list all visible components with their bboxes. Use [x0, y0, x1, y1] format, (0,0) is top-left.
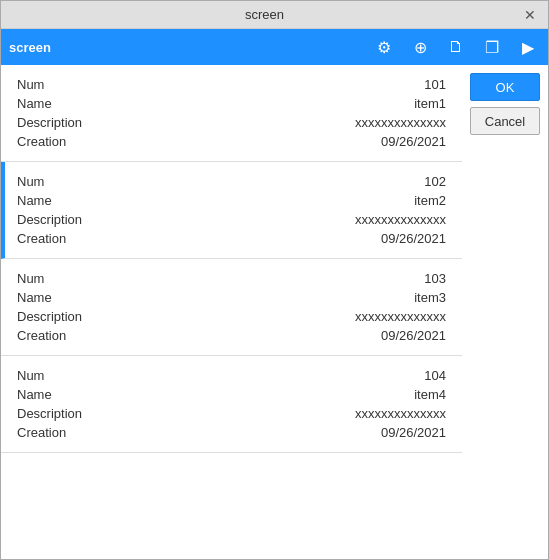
num-value: 102 [424, 174, 446, 189]
num-row: Num 102 [17, 172, 446, 191]
title-bar: screen ✕ [1, 1, 548, 29]
desc-row: Description xxxxxxxxxxxxxx [17, 307, 446, 326]
content-area: Num 101 Name item1 Description xxxxxxxxx… [1, 65, 548, 559]
desc-label: Description [17, 406, 82, 421]
name-value: item2 [414, 193, 446, 208]
name-row: Name item1 [17, 94, 446, 113]
num-label: Num [17, 368, 44, 383]
main-window: screen ✕ screen ⚙ ⊕ 🗋 ❐ ▶ Num 101 Name i… [0, 0, 549, 560]
copy-icon[interactable]: ❐ [480, 35, 504, 59]
play-icon[interactable]: ▶ [516, 35, 540, 59]
close-button[interactable]: ✕ [520, 7, 540, 23]
toolbar: screen ⚙ ⊕ 🗋 ❐ ▶ [1, 29, 548, 65]
name-row: Name item3 [17, 288, 446, 307]
desc-label: Description [17, 212, 82, 227]
creation-row: Creation 09/26/2021 [17, 229, 446, 248]
list-item[interactable]: Num 101 Name item1 Description xxxxxxxxx… [1, 65, 462, 162]
num-label: Num [17, 174, 44, 189]
list-item[interactable]: Num 102 Name item2 Description xxxxxxxxx… [1, 162, 462, 259]
num-label: Num [17, 77, 44, 92]
desc-row: Description xxxxxxxxxxxxxx [17, 404, 446, 423]
desc-row: Description xxxxxxxxxxxxxx [17, 113, 446, 132]
creation-value: 09/26/2021 [381, 425, 446, 440]
name-value: item1 [414, 96, 446, 111]
name-row: Name item2 [17, 191, 446, 210]
cancel-button[interactable]: Cancel [470, 107, 540, 135]
creation-label: Creation [17, 425, 66, 440]
creation-label: Creation [17, 134, 66, 149]
list-item[interactable]: Num 103 Name item3 Description xxxxxxxxx… [1, 259, 462, 356]
list-item[interactable]: Num 104 Name item4 Description xxxxxxxxx… [1, 356, 462, 453]
creation-row: Creation 09/26/2021 [17, 132, 446, 151]
globe-icon[interactable]: ⊕ [408, 35, 432, 59]
window-title: screen [9, 7, 520, 22]
creation-label: Creation [17, 328, 66, 343]
desc-value: xxxxxxxxxxxxxx [355, 115, 446, 130]
name-value: item4 [414, 387, 446, 402]
ok-button[interactable]: OK [470, 73, 540, 101]
desc-value: xxxxxxxxxxxxxx [355, 212, 446, 227]
creation-label: Creation [17, 231, 66, 246]
num-value: 103 [424, 271, 446, 286]
name-label: Name [17, 290, 52, 305]
num-value: 101 [424, 77, 446, 92]
creation-row: Creation 09/26/2021 [17, 326, 446, 345]
desc-row: Description xxxxxxxxxxxxxx [17, 210, 446, 229]
num-row: Num 101 [17, 75, 446, 94]
gear-icon[interactable]: ⚙ [372, 35, 396, 59]
name-label: Name [17, 387, 52, 402]
creation-value: 09/26/2021 [381, 231, 446, 246]
creation-value: 09/26/2021 [381, 134, 446, 149]
num-label: Num [17, 271, 44, 286]
toolbar-title: screen [9, 40, 360, 55]
num-row: Num 103 [17, 269, 446, 288]
name-value: item3 [414, 290, 446, 305]
creation-value: 09/26/2021 [381, 328, 446, 343]
side-buttons: OK Cancel [462, 65, 548, 559]
num-row: Num 104 [17, 366, 446, 385]
desc-value: xxxxxxxxxxxxxx [355, 406, 446, 421]
num-value: 104 [424, 368, 446, 383]
desc-label: Description [17, 115, 82, 130]
record-list[interactable]: Num 101 Name item1 Description xxxxxxxxx… [1, 65, 462, 559]
creation-row: Creation 09/26/2021 [17, 423, 446, 442]
desc-label: Description [17, 309, 82, 324]
name-label: Name [17, 193, 52, 208]
name-row: Name item4 [17, 385, 446, 404]
name-label: Name [17, 96, 52, 111]
desc-value: xxxxxxxxxxxxxx [355, 309, 446, 324]
file-icon[interactable]: 🗋 [444, 35, 468, 59]
